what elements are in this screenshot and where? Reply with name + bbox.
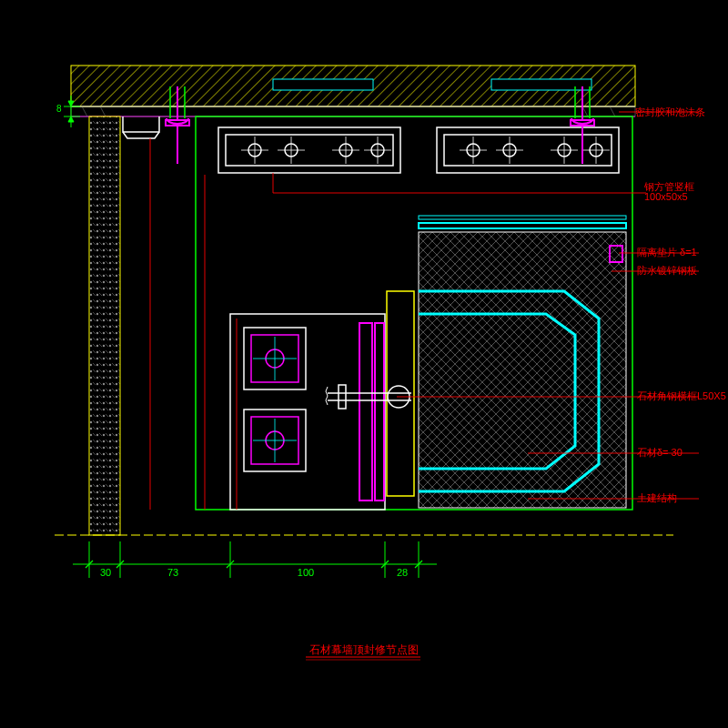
dim-1: 30 bbox=[95, 567, 116, 578]
svg-line-13 bbox=[82, 106, 87, 116]
svg-rect-57 bbox=[419, 216, 626, 219]
svg-rect-59 bbox=[230, 314, 385, 510]
label-stone: 石材δ= 30 bbox=[637, 446, 682, 460]
cad-drawing bbox=[0, 0, 728, 728]
label-sealant: 密封胶和泡沫条 bbox=[635, 106, 705, 119]
svg-rect-71 bbox=[375, 323, 384, 500]
svg-rect-17 bbox=[89, 116, 120, 535]
svg-rect-8 bbox=[273, 79, 373, 90]
label-gasket: 隔离垫片 δ=1 bbox=[637, 246, 697, 259]
dim-3: 100 bbox=[291, 567, 320, 578]
label-structure: 土建结构 bbox=[637, 491, 677, 505]
svg-line-16 bbox=[610, 106, 615, 116]
label-tube2: 100x50x5 bbox=[644, 191, 688, 202]
svg-rect-12 bbox=[71, 106, 635, 116]
svg-line-14 bbox=[100, 106, 106, 116]
svg-rect-70 bbox=[359, 323, 372, 500]
svg-rect-56 bbox=[419, 223, 626, 228]
svg-rect-9 bbox=[491, 79, 592, 90]
label-galv: 防水镀锌钢板 bbox=[637, 264, 697, 278]
dim-4: 28 bbox=[391, 567, 413, 578]
label-angle: 石材角钢横框L50X5 bbox=[637, 389, 726, 403]
drawing-title: 石材幕墙顶封修节点图 bbox=[309, 642, 419, 658]
svg-rect-75 bbox=[339, 385, 346, 409]
dim-gap: 8 bbox=[56, 104, 62, 114]
dim-2: 73 bbox=[162, 567, 184, 578]
